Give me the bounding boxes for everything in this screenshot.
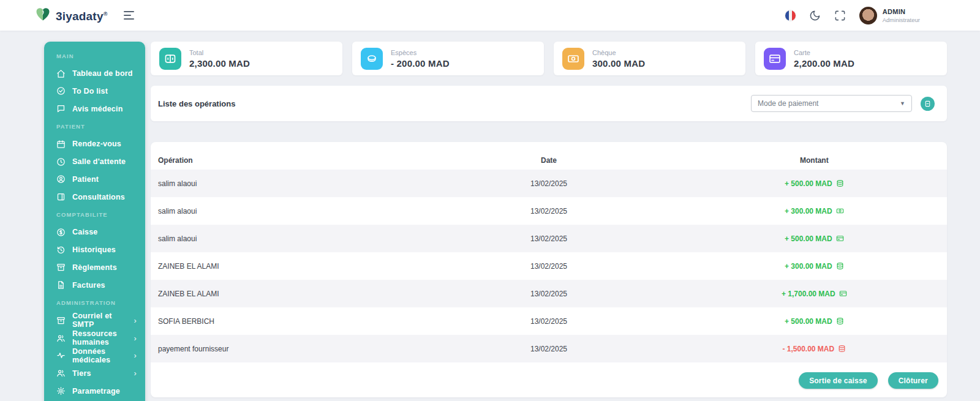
payment-mode-select[interactable]: Mode de paiement ▼ xyxy=(751,95,912,112)
amount-text: + 300.00 MAD xyxy=(785,262,832,271)
table-row: ZAINEB EL ALAMI13/02/2025+ 1,700.00 MAD xyxy=(151,280,947,307)
amount-text: + 500.00 MAD xyxy=(785,317,832,326)
filter-apply-button[interactable] xyxy=(921,97,935,111)
cash-out-button[interactable]: Sortie de caisse xyxy=(799,372,878,389)
sidebar-item-label: Factures xyxy=(72,281,105,290)
sidebar-item-patient[interactable]: Patient xyxy=(44,171,145,189)
operations-table-card: Opération Date Montant salim alaoui13/02… xyxy=(151,142,947,397)
chevron-right-icon: › xyxy=(134,351,137,359)
table-row: payement fournisseur13/02/2025- 1,500.00… xyxy=(151,335,947,362)
window-icon xyxy=(56,192,66,201)
top-bar: 3iyadaty® ADMIN Administrateur xyxy=(0,0,980,31)
table-row: salim alaoui13/02/2025+ 500.00 MAD xyxy=(151,170,947,197)
cell-operation: SOFIA BERBICH xyxy=(151,317,416,326)
sidebar-item-label: Consultations xyxy=(72,193,125,201)
menu-toggle-icon[interactable] xyxy=(121,9,137,22)
sidebar-item-to-do-list[interactable]: To Do list xyxy=(44,83,145,100)
sidebar-item-label: Patient xyxy=(72,175,99,184)
chevron-right-icon: › xyxy=(134,369,137,377)
stat-value: 2,200.00 MAD xyxy=(794,58,854,69)
sidebar-item-reglements[interactable]: Règlements xyxy=(44,259,145,277)
stat-label: Chèque xyxy=(592,49,645,56)
sidebar-item-label: Tiers xyxy=(72,369,91,378)
sidebar-item-label: Données médicales xyxy=(72,347,127,364)
sidebar-item-rendez-vous[interactable]: Rendez-vous xyxy=(44,135,145,153)
user-menu[interactable]: ADMIN Administrateur xyxy=(859,7,920,24)
chevron-right-icon: › xyxy=(134,317,137,324)
cell-date: 13/02/2025 xyxy=(416,234,681,243)
calendar-icon xyxy=(56,140,66,149)
stat-label: Total xyxy=(189,49,250,56)
stat-label: Carte xyxy=(794,49,854,56)
sidebar-item-label: Ressources humaines xyxy=(72,329,127,347)
home-icon xyxy=(56,69,66,78)
sidebar-item-label: Salle d'attente xyxy=(72,157,126,166)
stats-row: Total2,300.00 MADEspèces- 200.00 MADChèq… xyxy=(151,42,947,75)
cell-amount: + 500.00 MAD xyxy=(682,179,947,188)
sidebar-item-factures[interactable]: Factures xyxy=(44,276,145,294)
users-icon xyxy=(56,334,66,343)
sidebar-item-donnees-medicales[interactable]: Données médicales› xyxy=(44,347,145,365)
table-row: ZAINEB EL ALAMI13/02/2025+ 300.00 MAD xyxy=(151,252,947,280)
stat-card-carte: Carte2,200.00 MAD xyxy=(755,42,947,75)
payment-mode-placeholder: Mode de paiement xyxy=(758,99,818,108)
sidebar-item-avis-medecin[interactable]: Avis médecin xyxy=(44,100,145,118)
table-row: salim alaoui13/02/2025+ 500.00 MAD xyxy=(151,225,947,252)
clock-icon xyxy=(56,157,66,167)
sidebar-item-label: Parametrage xyxy=(72,387,120,395)
fullscreen-icon[interactable] xyxy=(834,10,846,21)
cell-date: 13/02/2025 xyxy=(416,262,681,271)
user-name: ADMIN xyxy=(883,8,920,15)
sidebar-item-ressources-humaines[interactable]: Ressources humaines› xyxy=(44,329,145,347)
main-content: Total2,300.00 MADEspèces- 200.00 MADChèq… xyxy=(151,42,947,397)
table-row: salim alaoui13/02/2025+ 300.00 MAD xyxy=(151,197,947,225)
user-circle-icon xyxy=(56,174,66,184)
cell-amount: + 500.00 MAD xyxy=(682,234,947,243)
file-icon xyxy=(56,280,66,290)
logo-heart-icon xyxy=(34,6,52,23)
cell-operation: payement fournisseur xyxy=(151,345,416,353)
sidebar-item-tableau-de-bord[interactable]: Tableau de bord xyxy=(44,65,145,83)
operations-title: Liste des opérations xyxy=(158,99,235,108)
stat-label: Espèces xyxy=(391,49,450,56)
table-row: SOFIA BERBICH13/02/2025+ 500.00 MAD xyxy=(151,307,947,335)
cell-date: 13/02/2025 xyxy=(416,179,681,188)
table-header: Opération Date Montant xyxy=(151,151,947,170)
sidebar-item-historiques[interactable]: Historiques xyxy=(44,241,145,259)
close-register-button[interactable]: Clôturer xyxy=(888,372,938,389)
cell-amount: - 1,500.00 MAD xyxy=(682,345,947,353)
app-logo[interactable]: 3iyadaty® xyxy=(34,6,108,25)
cell-operation: salim alaoui xyxy=(151,179,416,188)
amount-text: + 500.00 MAD xyxy=(785,179,832,188)
cell-date: 13/02/2025 xyxy=(416,317,681,326)
archive-icon xyxy=(56,263,66,272)
mail-icon xyxy=(56,316,66,325)
operations-table-body: salim alaoui13/02/2025+ 500.00 MADsalim … xyxy=(151,170,947,362)
operations-header-card: Liste des opérations Mode de paiement ▼ xyxy=(151,86,947,121)
card-icon xyxy=(836,234,844,242)
cell-operation: salim alaoui xyxy=(151,207,416,215)
sidebar-item-parametrage[interactable]: Parametrage xyxy=(44,382,145,400)
sidebar-item-courriel-et-smtp[interactable]: Courriel et SMTP› xyxy=(44,312,145,329)
sidebar-section-label-main: MAIN xyxy=(44,47,145,65)
language-flag-icon[interactable] xyxy=(785,10,796,21)
sidebar-item-tiers[interactable]: Tiers› xyxy=(44,364,145,382)
sidebar-item-consultations[interactable]: Consultations xyxy=(44,188,145,206)
sidebar-item-label: Avis médecin xyxy=(72,105,123,113)
coins-icon xyxy=(838,345,846,353)
sidebar-item-label: Caisse xyxy=(72,228,98,236)
stat-value: 2,300.00 MAD xyxy=(189,58,250,69)
sidebar-item-salle-d-attente[interactable]: Salle d'attente xyxy=(44,153,145,171)
coin-icon xyxy=(361,48,383,70)
cell-amount: + 300.00 MAD xyxy=(682,207,947,215)
users-icon xyxy=(56,369,66,378)
amount-text: + 300.00 MAD xyxy=(785,207,832,215)
cell-amount: + 500.00 MAD xyxy=(682,317,947,326)
stat-card-total: Total2,300.00 MAD xyxy=(151,42,342,75)
dark-mode-moon-icon[interactable] xyxy=(809,10,821,21)
cell-operation: salim alaoui xyxy=(151,234,416,243)
amount-text: - 1,500.00 MAD xyxy=(782,345,834,353)
coins-icon xyxy=(836,179,844,187)
sidebar-item-caisse[interactable]: Caisse xyxy=(44,223,145,241)
coins-icon xyxy=(836,317,844,325)
